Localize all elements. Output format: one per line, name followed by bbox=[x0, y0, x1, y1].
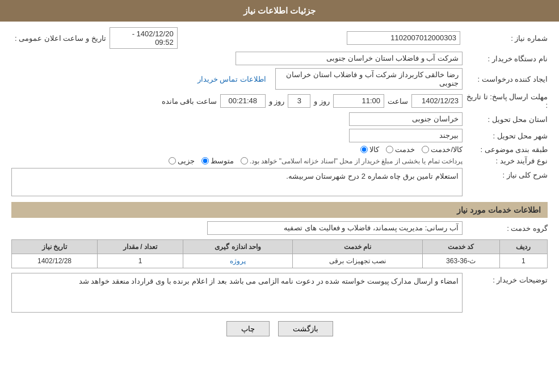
purchase-type-option-jozee[interactable]: جزیی bbox=[169, 157, 195, 165]
button-row: بازگشت چاپ bbox=[11, 321, 548, 336]
buyer-desc-label: توضیحات خریدار : bbox=[463, 273, 548, 284]
service-table: ردیف کد خدمت نام خدمت واحد اندازه گیری ت… bbox=[11, 239, 548, 268]
category-radio-kala[interactable] bbox=[360, 146, 368, 153]
category-radio-khedmat[interactable] bbox=[386, 146, 393, 153]
requester-row: ایجاد کننده درخواست : رضا خالقی کاربرداز… bbox=[11, 68, 548, 90]
buyer-row: نام دستگاه خریدار : شرکت آب و فاضلاب است… bbox=[11, 52, 548, 65]
category-label-kala: کالا bbox=[369, 145, 379, 154]
need-number-value: 1102007012000303 bbox=[347, 31, 460, 45]
category-label-kala-khedmat: کالا/خدمت bbox=[431, 145, 463, 154]
service-info-header: اطلاعات خدمات مورد نیاز bbox=[11, 202, 548, 218]
buyer-desc-value: امضاء و ارسال مدارک پیوست خواسته شده در … bbox=[11, 273, 463, 313]
page-header: جزئیات اطلاعات نیاز bbox=[0, 0, 559, 22]
description-label: شرح کلی نیاز : bbox=[463, 168, 548, 179]
service-group-value: آب رسانی: مدیریت پسماند، فاضلاب و فعالیت… bbox=[207, 221, 463, 235]
need-number-row: شماره نیاز : 1102007012000303 1402/12/20… bbox=[11, 27, 548, 49]
service-table-body: 1 ث-36-363 نصب تجهیزات برقی پروژه 1 1402… bbox=[12, 254, 548, 268]
category-radio-kala-khedmat[interactable] bbox=[422, 146, 429, 153]
row-unit[interactable]: پروژه bbox=[183, 254, 292, 268]
remain-days: 3 bbox=[288, 94, 310, 108]
province-label: استان محل تحویل : bbox=[463, 115, 548, 124]
col-header-code: کد خدمت bbox=[422, 240, 499, 254]
requester-label: ایجاد کننده درخواست : bbox=[463, 75, 548, 83]
need-number-label: شماره نیاز : bbox=[463, 34, 548, 43]
buyer-label: نام دستگاه خریدار : bbox=[463, 54, 548, 63]
purchase-type-label-esnad: پرداخت تمام یا بخشی از مبلغ خریدار از مح… bbox=[250, 157, 463, 165]
col-header-unit: واحد اندازه گیری bbox=[183, 240, 292, 254]
category-row: طبقه بندی موضوعی : کالا/خدمت خدمت کالا bbox=[11, 145, 548, 154]
deadline-label: مهلت ارسال پاسخ: تا تاریخ : bbox=[463, 92, 548, 109]
back-button[interactable]: بازگشت bbox=[278, 321, 333, 336]
category-option-kala-khedmat[interactable]: کالا/خدمت bbox=[422, 145, 463, 154]
buyer-value: شرکت آب و فاضلاب استان خراسان جنوبی bbox=[236, 52, 463, 65]
deadline-time: 11:00 bbox=[333, 94, 384, 108]
purchase-type-label-motavasset: متوسط bbox=[211, 157, 234, 165]
city-label: شهر محل تحویل : bbox=[463, 132, 548, 140]
table-row: 1 ث-36-363 نصب تجهیزات برقی پروژه 1 1402… bbox=[12, 254, 548, 268]
purchase-type-label: نوع فرآیند خرید : bbox=[463, 157, 548, 165]
remain-time-label-static: روز و bbox=[269, 97, 285, 106]
category-label: طبقه بندی موضوعی : bbox=[463, 145, 548, 154]
service-group-row: گروه خدمت : آب رسانی: مدیریت پسماند، فاض… bbox=[11, 221, 548, 235]
announce-value: 1402/12/20 - 09:52 bbox=[110, 27, 178, 49]
description-value: استعلام تامین برق چاه شماره 2 درح شهرستا… bbox=[11, 168, 463, 196]
category-option-kala[interactable]: کالا bbox=[360, 145, 379, 154]
purchase-type-radio-esnad[interactable] bbox=[241, 157, 248, 165]
row-name: نصب تجهیزات برقی bbox=[293, 254, 423, 268]
row-code: ث-36-363 bbox=[422, 254, 499, 268]
remain-time: 00:21:48 bbox=[220, 94, 266, 108]
deadline-row: مهلت ارسال پاسخ: تا تاریخ : 1402/12/23 س… bbox=[11, 92, 548, 109]
province-row: استان محل تحویل : خراسان جنوبی bbox=[11, 112, 548, 126]
requester-value: رضا خالقی کاربرداز شرکت آب و فاضلاب استا… bbox=[275, 68, 463, 90]
deadline-date: 1402/12/23 bbox=[411, 94, 463, 108]
service-table-header-row: ردیف کد خدمت نام خدمت واحد اندازه گیری ت… bbox=[12, 240, 548, 254]
page-title: جزئیات اطلاعات نیاز bbox=[243, 6, 316, 15]
row-qty: 1 bbox=[98, 254, 183, 268]
page-wrapper: جزئیات اطلاعات نیاز شماره نیاز : 1102007… bbox=[0, 0, 559, 392]
purchase-type-option-motavasset[interactable]: متوسط bbox=[201, 157, 234, 165]
city-value: بیرجند bbox=[349, 129, 463, 142]
purchase-type-row: نوع فرآیند خرید : پرداخت تمام یا بخشی از… bbox=[11, 157, 548, 165]
province-value: خراسان جنوبی bbox=[349, 112, 463, 126]
announce-label: تاریخ و ساعت اعلان عمومی : bbox=[15, 34, 106, 43]
purchase-type-label-jozee: جزیی bbox=[178, 157, 195, 165]
col-header-name: نام خدمت bbox=[293, 240, 423, 254]
row-number: 1 bbox=[499, 254, 547, 268]
purchase-type-option-esnad: پرداخت تمام یا بخشی از مبلغ خریدار از مح… bbox=[241, 157, 463, 165]
deadline-time-label: ساعت bbox=[388, 97, 408, 106]
service-table-head: ردیف کد خدمت نام خدمت واحد اندازه گیری ت… bbox=[12, 240, 548, 254]
contact-info-link[interactable]: اطلاعات تماس خریدار bbox=[197, 75, 266, 83]
row-date: 1402/12/28 bbox=[12, 254, 98, 268]
city-row: شهر محل تحویل : بیرجند bbox=[11, 129, 548, 142]
col-header-qty: تعداد / مقدار bbox=[98, 240, 183, 254]
purchase-type-radio-motavasset[interactable] bbox=[201, 157, 209, 165]
buyer-desc-row: توضیحات خریدار : امضاء و ارسال مدارک پیو… bbox=[11, 273, 548, 313]
category-radio-group: کالا/خدمت خدمت کالا bbox=[360, 145, 463, 154]
col-header-row: ردیف bbox=[499, 240, 547, 254]
category-option-khedmat[interactable]: خدمت bbox=[386, 145, 415, 154]
purchase-type-radio-jozee[interactable] bbox=[169, 157, 176, 165]
service-group-label: گروه خدمت : bbox=[463, 224, 548, 233]
category-label-khedmat: خدمت bbox=[395, 145, 415, 154]
purchase-type-radio-group: پرداخت تمام یا بخشی از مبلغ خریدار از مح… bbox=[169, 157, 463, 165]
print-button[interactable]: چاپ bbox=[226, 321, 270, 336]
description-row: شرح کلی نیاز : استعلام تامین برق چاه شما… bbox=[11, 168, 548, 196]
col-header-date: تاریخ نیاز bbox=[12, 240, 98, 254]
content-area: شماره نیاز : 1102007012000303 1402/12/20… bbox=[0, 22, 559, 348]
remain-days-label: روز و bbox=[314, 97, 330, 106]
remain-time-suffix: ساعت باقی مانده bbox=[162, 97, 217, 106]
